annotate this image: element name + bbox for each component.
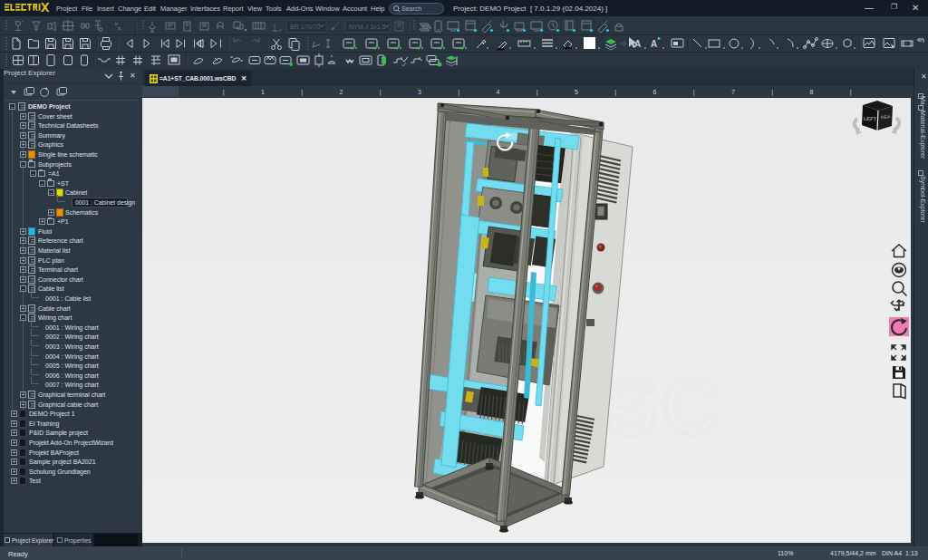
svg-text:4: 4 [497, 89, 500, 95]
svg-text:LEFT: LEFT [864, 116, 877, 122]
svg-text:BR 170/70: BR 170/70 [290, 24, 320, 30]
svg-text:8: 8 [810, 89, 814, 95]
svg-text:2: 2 [340, 89, 343, 95]
svg-text:REA: REA [881, 114, 891, 121]
svg-text:5: 5 [575, 89, 578, 95]
svg-text:1: 1 [261, 89, 265, 95]
svg-text:A: A [651, 39, 657, 49]
svg-text:NYM-J 3x1,5: NYM-J 3x1,5 [349, 24, 386, 30]
svg-text:7: 7 [731, 89, 735, 95]
svg-text:A: A [634, 39, 641, 49]
svg-text:6: 6 [653, 89, 657, 95]
svg-text:3: 3 [418, 89, 421, 95]
